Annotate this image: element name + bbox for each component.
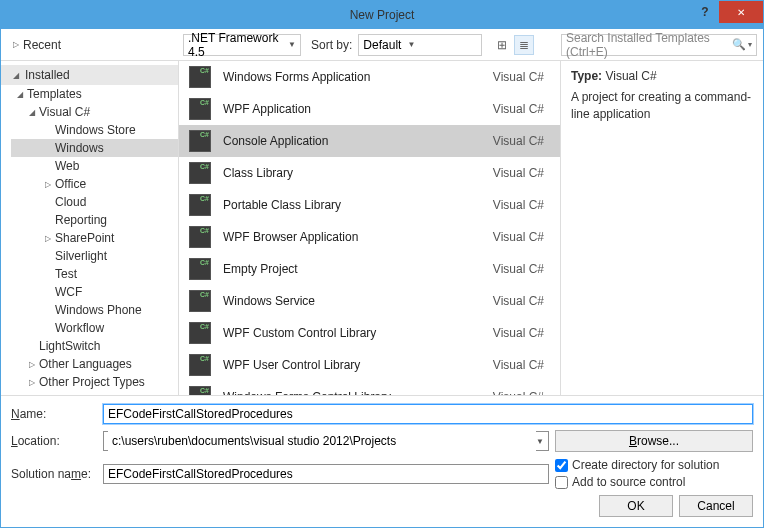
tree-node-web[interactable]: Web — [11, 157, 178, 175]
template-row[interactable]: Empty ProjectVisual C# — [179, 253, 560, 285]
chevron-right-icon: ▷ — [27, 378, 37, 387]
template-name: WPF Browser Application — [223, 230, 493, 244]
tree-other-project-types[interactable]: ▷Other Project Types — [11, 373, 178, 391]
tree-node-wcf[interactable]: WCF — [11, 283, 178, 301]
template-row[interactable]: Windows Forms Control LibraryVisual C# — [179, 381, 560, 395]
template-name: WPF Application — [223, 102, 493, 116]
template-row[interactable]: WPF User Control LibraryVisual C# — [179, 349, 560, 381]
template-lang: Visual C# — [493, 102, 544, 116]
template-row[interactable]: Portable Class LibraryVisual C# — [179, 189, 560, 221]
template-row[interactable]: WPF Custom Control LibraryVisual C# — [179, 317, 560, 349]
template-row[interactable]: Console ApplicationVisual C# — [179, 125, 560, 157]
name-label: Name: — [11, 407, 97, 421]
type-label: Type: — [571, 69, 602, 83]
top-toolbar: ▷Recent .NET Framework 4.5 ▼ Sort by: De… — [1, 29, 763, 61]
template-name: Windows Service — [223, 294, 493, 308]
tree-templates[interactable]: ◢Templates — [11, 85, 178, 103]
template-lang: Visual C# — [493, 326, 544, 340]
csharp-project-icon — [189, 386, 211, 395]
category-sidebar[interactable]: ◢Installed ◢Templates ◢Visual C# Windows… — [1, 61, 179, 395]
chevron-down-icon: ◢ — [15, 90, 25, 99]
view-list-button[interactable]: ≣ — [514, 35, 534, 55]
tree-lightswitch[interactable]: LightSwitch — [11, 337, 178, 355]
template-list[interactable]: Windows Forms ApplicationVisual C#WPF Ap… — [179, 61, 561, 395]
csharp-project-icon — [189, 322, 211, 344]
csharp-project-icon — [189, 130, 211, 152]
tree-node-test[interactable]: Test — [11, 265, 178, 283]
template-lang: Visual C# — [493, 198, 544, 212]
sort-by-label: Sort by: — [311, 38, 352, 52]
location-input[interactable] — [108, 431, 536, 451]
tree-node-windows[interactable]: Windows — [11, 139, 178, 157]
view-mode-buttons: ⊞ ≣ — [492, 35, 534, 55]
close-button[interactable]: ✕ — [719, 1, 763, 23]
titlebar[interactable]: New Project ? ✕ — [1, 1, 763, 29]
template-row[interactable]: Windows Forms ApplicationVisual C# — [179, 61, 560, 93]
chevron-right-icon: ▷ — [43, 180, 53, 189]
tree-node-cloud[interactable]: Cloud — [11, 193, 178, 211]
name-input[interactable] — [103, 404, 753, 424]
chevron-right-icon: ▷ — [43, 234, 53, 243]
search-icon: 🔍 — [732, 38, 746, 51]
help-button[interactable]: ? — [691, 1, 719, 23]
tree-node-reporting[interactable]: Reporting — [11, 211, 178, 229]
template-name: Console Application — [223, 134, 493, 148]
template-lang: Visual C# — [493, 262, 544, 276]
create-directory-checkbox[interactable] — [555, 459, 568, 472]
tree-node-office[interactable]: ▷Office — [11, 175, 178, 193]
template-lang: Visual C# — [493, 294, 544, 308]
template-row[interactable]: Windows ServiceVisual C# — [179, 285, 560, 317]
solution-name-label: Solution name: — [11, 467, 97, 481]
template-name: Empty Project — [223, 262, 493, 276]
chevron-down-icon[interactable]: ▼ — [536, 437, 544, 446]
csharp-project-icon — [189, 98, 211, 120]
search-input[interactable]: Search Installed Templates (Ctrl+E) 🔍 ▾ — [561, 34, 757, 56]
tree-node-sharepoint[interactable]: ▷SharePoint — [11, 229, 178, 247]
framework-dropdown[interactable]: .NET Framework 4.5 ▼ — [183, 34, 301, 56]
template-description: A project for creating a command-line ap… — [571, 89, 753, 123]
template-name: WPF User Control Library — [223, 358, 493, 372]
template-name: Class Library — [223, 166, 493, 180]
tree-other-languages[interactable]: ▷Other Languages — [11, 355, 178, 373]
tree-node-windows-store[interactable]: Windows Store — [11, 121, 178, 139]
template-name: Windows Forms Application — [223, 70, 493, 84]
chevron-right-icon: ▷ — [13, 40, 19, 49]
solution-name-input[interactable] — [103, 464, 549, 484]
cancel-button[interactable]: Cancel — [679, 495, 753, 517]
tree-node-windows-phone[interactable]: Windows Phone — [11, 301, 178, 319]
chevron-right-icon: ▷ — [27, 360, 37, 369]
csharp-project-icon — [189, 258, 211, 280]
view-small-icons-button[interactable]: ⊞ — [492, 35, 512, 55]
template-name: Portable Class Library — [223, 198, 493, 212]
window-controls: ? ✕ — [691, 1, 763, 23]
csharp-project-icon — [189, 66, 211, 88]
browse-button[interactable]: Browse... — [555, 430, 753, 452]
csharp-project-icon — [189, 290, 211, 312]
location-label: Location: — [11, 434, 97, 448]
template-row[interactable]: WPF ApplicationVisual C# — [179, 93, 560, 125]
csharp-project-icon — [189, 354, 211, 376]
details-pane: Type: Visual C# A project for creating a… — [561, 61, 763, 395]
tree-node-silverlight[interactable]: Silverlight — [11, 247, 178, 265]
add-source-control-checkbox[interactable] — [555, 476, 568, 489]
sidebar-recent[interactable]: ▷Recent — [7, 35, 73, 55]
window-title: New Project — [350, 8, 415, 22]
template-lang: Visual C# — [493, 358, 544, 372]
chevron-down-icon: ▼ — [407, 40, 415, 49]
csharp-project-icon — [189, 162, 211, 184]
template-row[interactable]: WPF Browser ApplicationVisual C# — [179, 221, 560, 253]
ok-button[interactable]: OK — [599, 495, 673, 517]
template-name: WPF Custom Control Library — [223, 326, 493, 340]
tree-node-workflow[interactable]: Workflow — [11, 319, 178, 337]
sidebar-installed[interactable]: ◢Installed — [1, 65, 178, 85]
template-lang: Visual C# — [493, 166, 544, 180]
chevron-down-icon: ▼ — [288, 40, 296, 49]
bottom-form: Name: Location: ▼ Browse... Solution nam… — [1, 395, 763, 527]
csharp-project-icon — [189, 226, 211, 248]
template-lang: Visual C# — [493, 134, 544, 148]
tree-visual-csharp[interactable]: ◢Visual C# — [11, 103, 178, 121]
chevron-down-icon: ◢ — [27, 108, 37, 117]
template-row[interactable]: Class LibraryVisual C# — [179, 157, 560, 189]
template-lang: Visual C# — [493, 70, 544, 84]
sort-by-dropdown[interactable]: Default ▼ — [358, 34, 482, 56]
